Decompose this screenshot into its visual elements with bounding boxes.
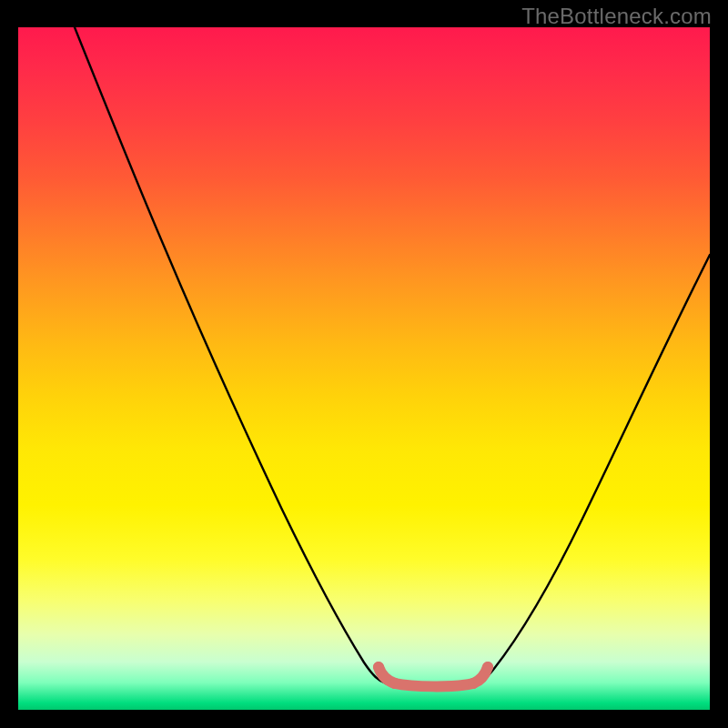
chart-frame: TheBottleneck.com	[0, 0, 728, 728]
plot-area	[18, 27, 710, 710]
highlight-band	[373, 662, 493, 689]
svg-point-2	[468, 678, 479, 689]
bottleneck-curve	[75, 27, 710, 687]
svg-point-1	[389, 678, 400, 689]
watermark-label: TheBottleneck.com	[521, 4, 712, 29]
svg-point-3	[482, 662, 493, 672]
curve-svg	[18, 27, 710, 710]
svg-point-0	[373, 662, 384, 672]
